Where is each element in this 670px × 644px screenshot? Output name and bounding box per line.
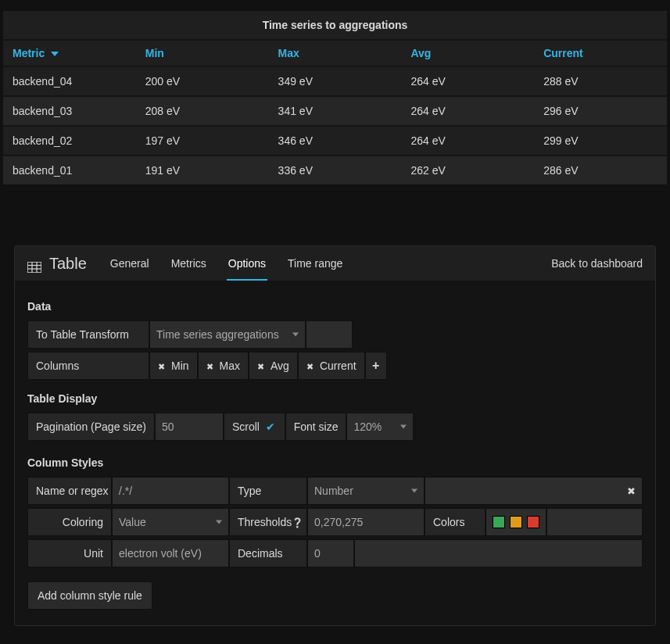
back-to-dashboard-link[interactable]: Back to dashboard	[551, 257, 643, 277]
transform-select[interactable]: Time series aggregations	[149, 320, 306, 349]
coloring-label: Coloring	[27, 508, 112, 536]
cell-current: 296 eV	[534, 96, 667, 126]
color-swatches[interactable]	[485, 508, 546, 536]
help-icon[interactable]	[292, 516, 303, 528]
cell-max: 346 eV	[269, 126, 402, 156]
scroll-checkbox[interactable]: ✔	[266, 421, 277, 432]
unit-label: Unit	[27, 539, 112, 567]
cell-current: 286 eV	[534, 156, 667, 184]
table-row: backend_01 191 eV 336 eV 262 eV 286 eV	[3, 156, 667, 184]
col-header-metric-label: Metric	[13, 47, 45, 59]
plus-icon	[372, 359, 379, 373]
column-chip-current[interactable]: Current	[298, 352, 365, 380]
cell-metric: backend_04	[3, 66, 136, 96]
editor-header: Table General Metrics Options Time range…	[15, 246, 655, 281]
col-header-min[interactable]: Min	[136, 41, 269, 67]
name-regex-input[interactable]: /.*/	[112, 477, 229, 505]
add-column-button[interactable]	[365, 352, 387, 380]
tab-general[interactable]: General	[109, 254, 151, 281]
cell-max: 341 eV	[269, 96, 402, 126]
cell-avg: 262 eV	[401, 156, 534, 184]
table-row: backend_04 200 eV 349 eV 264 eV 288 eV	[3, 66, 667, 96]
thresholds-label: Thresholds	[229, 508, 307, 536]
table-panel: Time series to aggregations Metric Min M…	[3, 11, 667, 184]
cell-avg: 264 eV	[401, 96, 534, 126]
thresholds-label-text: Thresholds	[238, 516, 292, 528]
tab-options[interactable]: Options	[227, 254, 267, 281]
pagination-label: Pagination (Page size)	[27, 413, 155, 441]
unit-input[interactable]: electron volt (eV)	[112, 539, 229, 567]
decimals-input[interactable]: 0	[307, 539, 354, 567]
column-chip-min[interactable]: Min	[149, 352, 198, 380]
chip-label: Min	[171, 360, 189, 372]
cell-avg: 264 eV	[401, 126, 534, 156]
cell-current: 288 eV	[534, 66, 667, 96]
cell-min: 197 eV	[136, 126, 269, 156]
decimals-label: Decimals	[229, 539, 307, 567]
tab-metrics[interactable]: Metrics	[170, 254, 208, 281]
editor-tabs: General Metrics Options Time range	[109, 254, 344, 281]
cell-min: 208 eV	[136, 96, 269, 126]
panel-type-title: Table	[49, 255, 87, 281]
transform-label: To Table Transform	[27, 320, 149, 349]
type-label: Type	[229, 477, 307, 505]
column-chip-max[interactable]: Max	[198, 352, 249, 380]
cell-max: 336 eV	[269, 156, 402, 184]
font-size-select[interactable]: 120%	[346, 413, 414, 441]
chip-label: Max	[220, 360, 240, 372]
font-size-label: Font size	[285, 413, 347, 441]
cell-metric: backend_02	[3, 126, 136, 156]
col-header-metric[interactable]: Metric	[3, 41, 136, 67]
remove-icon	[306, 360, 317, 372]
thresholds-input[interactable]: 0,270,275	[307, 508, 425, 536]
style-row-spacer	[354, 539, 643, 567]
transform-extra-field[interactable]	[306, 320, 353, 349]
remove-style-rule-button[interactable]	[621, 485, 642, 497]
chip-label: Avg	[271, 360, 289, 372]
cell-avg: 264 eV	[401, 66, 534, 96]
pagination-input[interactable]: 50	[155, 413, 224, 441]
column-chip-avg[interactable]: Avg	[249, 352, 298, 380]
add-column-style-rule-button[interactable]: Add column style rule	[27, 581, 152, 610]
type-select[interactable]: Number	[307, 477, 425, 505]
panel-editor: Table General Metrics Options Time range…	[14, 245, 656, 626]
remove-icon	[206, 360, 217, 372]
section-title-styles: Column Styles	[27, 456, 643, 469]
scroll-label: Scroll ✔	[224, 413, 285, 441]
tab-time-range[interactable]: Time range	[286, 254, 344, 281]
editor-body: Data To Table Transform Time series aggr…	[15, 281, 655, 625]
remove-icon	[158, 360, 168, 372]
col-header-max[interactable]: Max	[269, 41, 402, 67]
style-row-spacer	[425, 477, 643, 505]
col-header-avg[interactable]: Avg	[401, 41, 534, 67]
table-panel-title: Time series to aggregations	[3, 11, 667, 40]
cell-metric: backend_03	[3, 96, 136, 126]
table-row: backend_03 208 eV 341 eV 264 eV 296 eV	[3, 96, 667, 126]
col-header-current[interactable]: Current	[534, 41, 667, 67]
scroll-label-text: Scroll	[232, 420, 260, 433]
sort-desc-icon	[51, 52, 59, 56]
color-swatch-ok[interactable]	[493, 516, 505, 528]
columns-label: Columns	[27, 352, 149, 380]
cell-min: 191 eV	[136, 156, 269, 184]
cell-current: 299 eV	[534, 126, 667, 156]
table-icon	[27, 262, 41, 273]
table-row: backend_02 197 eV 346 eV 264 eV 299 eV	[3, 126, 667, 156]
name-regex-label: Name or regex	[27, 477, 112, 505]
data-table: Metric Min Max Avg Current backend_04 20…	[3, 40, 667, 184]
style-row-spacer	[546, 508, 643, 536]
remove-icon	[257, 360, 267, 372]
section-title-display: Table Display	[27, 392, 643, 405]
color-swatch-crit[interactable]	[527, 516, 539, 528]
cell-metric: backend_01	[3, 156, 136, 184]
section-title-data: Data	[27, 300, 643, 313]
svg-rect-0	[27, 262, 41, 273]
cell-min: 200 eV	[136, 66, 269, 96]
chip-label: Current	[320, 360, 356, 372]
colors-label: Colors	[425, 508, 485, 536]
cell-max: 349 eV	[269, 66, 402, 96]
coloring-select[interactable]: Value	[112, 508, 229, 536]
color-swatch-warn[interactable]	[510, 516, 522, 528]
